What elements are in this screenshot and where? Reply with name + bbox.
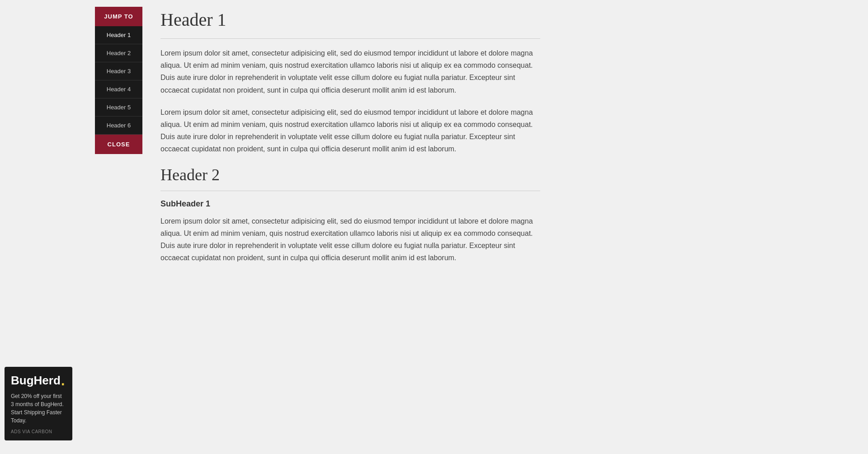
bugherd-logo-dot: . <box>61 373 65 388</box>
bugherd-logo: BugHerd. <box>11 373 66 388</box>
divider-1 <box>160 38 540 39</box>
paragraph-3: Lorem ipsum dolor sit amet, consectetur … <box>160 215 540 264</box>
jump-to-nav: JUMP TO Header 1 Header 2 Header 3 Heade… <box>95 7 142 154</box>
nav-item-header1[interactable]: Header 1 <box>95 26 142 44</box>
nav-item-header2[interactable]: Header 2 <box>95 44 142 62</box>
subheader-1: SubHeader 1 <box>160 199 540 209</box>
bugherd-logo-text: BugHerd <box>11 374 61 388</box>
jump-to-header: JUMP TO <box>95 7 142 26</box>
main-content: Header 1 Lorem ipsum dolor sit amet, con… <box>151 0 558 292</box>
paragraph-1: Lorem ipsum dolor sit amet, consectetur … <box>160 47 540 96</box>
page-header-1: Header 1 <box>160 9 540 30</box>
close-button[interactable]: CLOSE <box>95 135 142 154</box>
divider-2 <box>160 191 540 191</box>
bugherd-ad-widget[interactable]: BugHerd. Get 20% off your first 3 months… <box>5 367 72 440</box>
nav-item-header5[interactable]: Header 5 <box>95 98 142 117</box>
nav-item-header6[interactable]: Header 6 <box>95 117 142 135</box>
paragraph-2: Lorem ipsum dolor sit amet, consectetur … <box>160 106 540 155</box>
bugherd-ad-text: Get 20% off your first 3 months of BugHe… <box>11 392 66 425</box>
bugherd-ads-via: ADS VIA CARBON <box>11 429 66 434</box>
nav-item-header4[interactable]: Header 4 <box>95 80 142 98</box>
nav-item-header3[interactable]: Header 3 <box>95 62 142 80</box>
page-header-2: Header 2 <box>160 165 540 184</box>
